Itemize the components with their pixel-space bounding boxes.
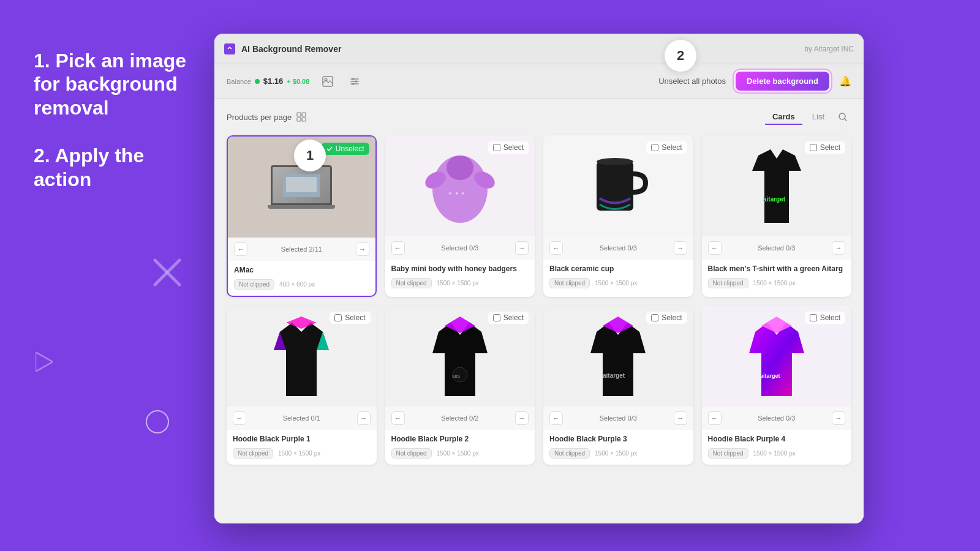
- card-prev-btn[interactable]: ←: [708, 411, 722, 425]
- card-next-btn[interactable]: →: [674, 241, 687, 255]
- balance-amount: $1.16: [263, 77, 284, 86]
- cards-view-tab[interactable]: Cards: [765, 110, 802, 125]
- select-checkbox[interactable]: [334, 314, 342, 321]
- card-next-btn[interactable]: →: [515, 411, 529, 425]
- select-checkbox[interactable]: [810, 144, 817, 151]
- hoodie3-image: aitarget: [584, 313, 652, 399]
- card-size: 1500 × 1500 px: [595, 280, 637, 287]
- card-meta: Not clipped 1500 × 1500 px: [391, 448, 529, 459]
- toolbar-right: Unselect all photos Delete background 🔔: [658, 72, 851, 91]
- not-clipped-badge: Not clipped: [708, 278, 748, 288]
- card-prev-btn[interactable]: ←: [708, 241, 722, 255]
- select-badge[interactable]: Select: [488, 141, 529, 154]
- card-next-btn[interactable]: →: [356, 242, 369, 256]
- step-1-text: 1. Pick an image for background removal: [34, 49, 190, 119]
- card-selected-info: Selected 0/1: [283, 414, 320, 422]
- card-meta: Not clipped 1500 × 1500 px: [233, 448, 371, 459]
- card-footer: ← Selected 0/2 →: [385, 407, 535, 430]
- settings-icon[interactable]: [346, 73, 363, 90]
- search-button[interactable]: [834, 108, 851, 126]
- card-title: Black men's T-shirt with a green Aitarg: [708, 264, 846, 273]
- hoodie2-image: aita: [426, 313, 494, 399]
- bell-icon[interactable]: 🔔: [839, 75, 851, 87]
- select-checkbox[interactable]: [493, 144, 500, 151]
- card-prev-btn[interactable]: ←: [233, 411, 246, 425]
- svg-text:aitarget: aitarget: [603, 372, 625, 379]
- step-bubble-1: 1: [294, 140, 326, 171]
- title-bar: AI Background Remover by Aitarget INC: [214, 34, 864, 64]
- select-badge[interactable]: Select: [805, 312, 845, 324]
- svg-rect-6: [352, 78, 354, 80]
- card-next-btn[interactable]: →: [832, 241, 845, 255]
- select-badge[interactable]: Select: [646, 141, 687, 154]
- card-image-hoodie3: aitarget Select: [543, 305, 693, 407]
- svg-rect-8: [352, 83, 354, 84]
- select-badge[interactable]: Select: [805, 141, 845, 154]
- select-checkbox[interactable]: [810, 314, 817, 321]
- card-selected-info: Selected 2/11: [281, 246, 322, 253]
- not-clipped-badge: Not clipped: [391, 448, 432, 459]
- not-clipped-badge: Not clipped: [549, 278, 590, 288]
- select-badge[interactable]: Select: [646, 312, 687, 324]
- deco-circle-icon: [146, 410, 169, 433]
- delete-background-button[interactable]: Delete background: [736, 72, 829, 91]
- list-view-tab[interactable]: List: [805, 110, 832, 125]
- product-card: Select ← Selected 0/1 → Hoodie Black Pur…: [227, 305, 377, 465]
- card-meta: Not clipped 400 × 600 px: [234, 279, 369, 290]
- select-checkbox[interactable]: [651, 314, 658, 321]
- app-by: by Aitarget INC: [804, 45, 854, 53]
- select-checkbox[interactable]: [651, 144, 658, 151]
- card-next-btn[interactable]: →: [515, 241, 529, 255]
- select-checkbox[interactable]: [493, 314, 500, 321]
- svg-marker-34: [590, 323, 646, 396]
- card-size: 1500 × 1500 px: [595, 450, 637, 457]
- hoodie4-image: aitarget: [743, 313, 810, 399]
- card-meta: Not clipped 1500 × 1500 px: [708, 448, 846, 459]
- card-selected-info: Selected 0/3: [600, 414, 637, 422]
- card-prev-btn[interactable]: ←: [391, 411, 405, 425]
- select-badge[interactable]: Select: [488, 312, 529, 324]
- card-body-amac: AMac Not clipped 400 × 600 px: [228, 261, 375, 296]
- card-image-tshirt: aitarget Select: [702, 135, 852, 236]
- select-badge[interactable]: Select: [330, 312, 370, 324]
- not-clipped-badge: Not clipped: [234, 279, 274, 290]
- balance-extra: + $0.08: [287, 78, 309, 85]
- app-icon: [224, 43, 235, 54]
- balance-dot: [255, 79, 260, 84]
- card-selected-info: Selected 0/3: [600, 244, 637, 252]
- not-clipped-badge: Not clipped: [549, 448, 590, 459]
- card-size: 400 × 600 px: [279, 281, 315, 288]
- card-selected-info: Selected 0/3: [758, 244, 795, 252]
- card-size: 1500 × 1500 px: [437, 450, 479, 457]
- products-per-page: Products per page: [227, 112, 306, 122]
- toolbar: Balance $1.16 + $0.08 Unselect all photo…: [214, 64, 864, 99]
- card-title: Hoodie Black Purple 3: [549, 435, 687, 443]
- card-meta: Not clipped 1500 × 1500 px: [549, 448, 687, 459]
- card-next-btn[interactable]: →: [674, 411, 687, 425]
- card-title: Hoodie Black Purple 2: [391, 435, 529, 443]
- card-prev-btn[interactable]: ←: [391, 241, 405, 255]
- view-controls: Products per page Cards List: [227, 108, 851, 126]
- svg-marker-24: [752, 149, 801, 223]
- card-size: 1500 × 1500 px: [753, 280, 796, 287]
- card-footer: ← Selected 0/3 →: [543, 407, 693, 430]
- card-selected-info: Selected 0/3: [758, 414, 795, 422]
- card-prev-btn[interactable]: ←: [234, 242, 247, 256]
- card-size: 1500 × 1500 px: [753, 450, 796, 457]
- product-card: Select ← Selected 0/3 → Black ceramic cu…: [543, 135, 693, 297]
- card-prev-btn[interactable]: ←: [549, 411, 563, 425]
- svg-point-18: [447, 156, 473, 180]
- card-footer: ← Selected 0/3 →: [543, 236, 693, 260]
- card-image-hoodie4: aitarget Select: [702, 305, 852, 407]
- card-body: Hoodie Black Purple 3 Not clipped 1500 ×…: [543, 430, 693, 465]
- card-body: Baby mini body with honey badgers Not cl…: [385, 260, 535, 294]
- card-next-btn[interactable]: →: [832, 411, 845, 425]
- card-prev-btn[interactable]: ←: [549, 241, 563, 255]
- unselect-badge[interactable]: Unselect: [322, 143, 369, 155]
- photos-icon[interactable]: [319, 73, 336, 90]
- card-title: Baby mini body with honey badgers: [391, 264, 529, 273]
- card-body: Hoodie Black Purple 2 Not clipped 1500 ×…: [385, 430, 535, 465]
- laptop-screen: [271, 165, 332, 205]
- card-next-btn[interactable]: →: [357, 411, 371, 425]
- unselect-all-button[interactable]: Unselect all photos: [658, 77, 726, 86]
